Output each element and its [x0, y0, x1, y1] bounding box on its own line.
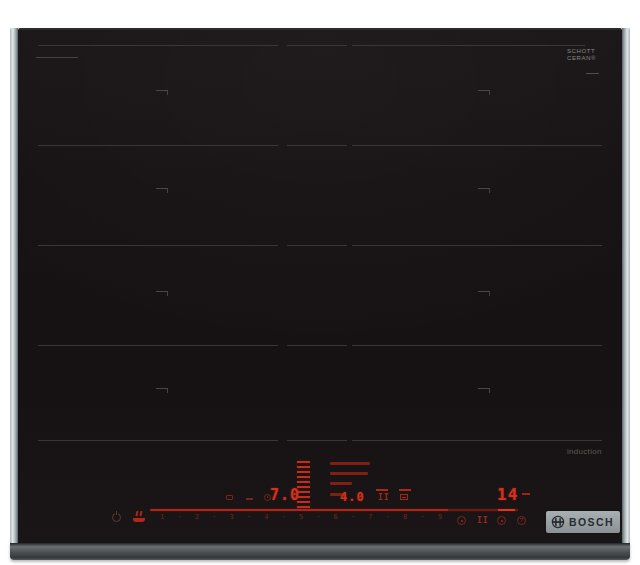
- level-label-row: [330, 482, 352, 485]
- zone-line: [287, 245, 347, 246]
- zone-line: [287, 45, 347, 46]
- zone-line: [38, 245, 278, 246]
- zone-line: [38, 45, 278, 46]
- frying-sensor-icon: [133, 511, 146, 522]
- slider-mark: 8: [403, 513, 407, 521]
- slider-mark: 9: [438, 513, 442, 521]
- right-zone-power-display: 4.0: [340, 490, 365, 504]
- info-icon: ?: [517, 516, 526, 525]
- level-bar-pair: [297, 461, 310, 468]
- metal-trim-left: [10, 28, 18, 543]
- pause-icon-small: II: [378, 493, 390, 502]
- zone-line: [352, 345, 602, 346]
- slider-mark: ·: [177, 513, 181, 521]
- zone-line: [352, 45, 585, 46]
- zone-subline: [36, 57, 78, 58]
- pan-marker: [156, 188, 168, 194]
- zone-line: [38, 440, 278, 441]
- grid-overline: [399, 489, 411, 491]
- slider-mark: ·: [420, 513, 424, 521]
- slider-mark: ·: [316, 513, 320, 521]
- schott-line2: CERAN®: [567, 55, 596, 62]
- zone-line: [38, 145, 278, 146]
- level-label-row: [330, 472, 368, 475]
- slider-mark: 5: [299, 513, 303, 521]
- power-icon: [112, 513, 121, 522]
- ceramic-glass-surface: [18, 28, 622, 543]
- pan-marker: [478, 188, 490, 194]
- zone-line: [287, 345, 347, 346]
- level-bar-pair: [297, 481, 310, 488]
- grid-icon: [400, 494, 408, 500]
- zone-line: [287, 440, 347, 441]
- slider-mark: ·: [247, 513, 251, 521]
- zone-line: [38, 345, 278, 346]
- slider-mark: 3: [229, 513, 233, 521]
- pause-overline: [376, 489, 388, 491]
- pause-icon: II: [477, 516, 489, 525]
- slider-mark: 2: [195, 513, 199, 521]
- slider-mark: ·: [212, 513, 216, 521]
- slider-mark: 1: [160, 513, 164, 521]
- power-slider-line: [150, 509, 518, 511]
- bosch-anchor-icon: [551, 515, 565, 529]
- zone-line: [287, 145, 347, 146]
- power-slider-scale: 1 · 2 · 3 · 4 · 5 · 6 · 7 · 8 · 9: [160, 513, 442, 521]
- metal-trim-right: [622, 28, 630, 543]
- level-bar-pair: [297, 471, 310, 478]
- cleaning-lock-icon: [497, 516, 506, 525]
- timer-icon: [457, 516, 466, 525]
- product-photo-bosch-induction-cooktop: SCHOTT CERAN® induction 7.0 4.0 II 14: [0, 0, 640, 565]
- cooktop: SCHOTT CERAN® induction 7.0 4.0 II 14: [10, 28, 630, 560]
- left-zone-power-display: 7.0: [270, 486, 300, 504]
- timer-display: 14: [497, 485, 518, 504]
- zone-line: [352, 145, 602, 146]
- metal-trim-bottom: [10, 543, 630, 560]
- bosch-logo-plate: BOSCH: [546, 511, 620, 533]
- schott-ceran-logo: SCHOTT CERAN®: [567, 48, 596, 62]
- slider-mark: ·: [351, 513, 355, 521]
- pan-marker: [156, 388, 168, 394]
- slider-mark: 6: [334, 513, 338, 521]
- slider-mark: ·: [386, 513, 390, 521]
- pan-marker: [156, 291, 168, 297]
- slider-mark: 7: [368, 513, 372, 521]
- slider-mark: 4: [264, 513, 268, 521]
- pan-marker: [156, 90, 168, 96]
- induction-label: induction: [567, 447, 602, 456]
- pan-marker: [478, 291, 490, 297]
- schott-underline: [586, 73, 599, 74]
- pan-marker: [478, 388, 490, 394]
- timer-dash: [522, 493, 530, 495]
- slider-mark: ·: [282, 513, 286, 521]
- minus-icon: [246, 498, 253, 500]
- pan-marker: [478, 90, 490, 96]
- schott-line1: SCHOTT: [567, 48, 596, 55]
- bosch-wordmark: BOSCH: [569, 516, 614, 528]
- level-bar-pair: [297, 491, 310, 498]
- level-label-row: [330, 462, 370, 465]
- zone-line: [352, 245, 602, 246]
- keep-warm-icon: [226, 495, 233, 500]
- level-bar-pair: [297, 501, 310, 508]
- zone-line: [352, 440, 602, 441]
